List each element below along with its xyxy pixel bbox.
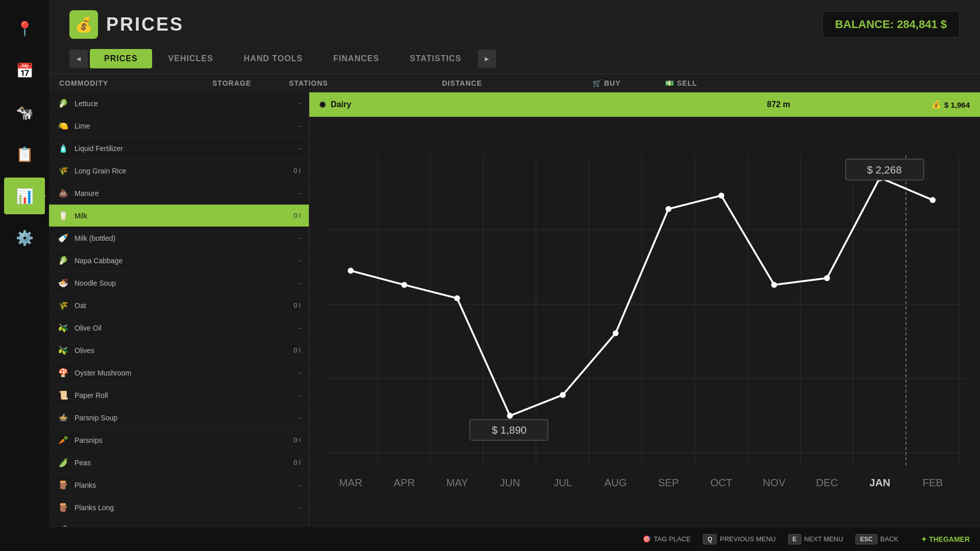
sell-price-icon: 💰 [932, 100, 941, 109]
list-item[interactable]: 🪵Planks Long- [49, 496, 309, 519]
tag-place-key-group: 🎯 TAG PLACE [643, 535, 691, 543]
svg-text:JUN: JUN [500, 477, 520, 488]
commodity-icon: 💩 [57, 187, 69, 199]
list-item[interactable]: 🫒Olive Oil- [49, 317, 309, 339]
commodity-icon: 🥕 [57, 434, 69, 446]
tab-vehicles[interactable]: VEHICLES [154, 49, 228, 68]
commodity-amount: 0 l [280, 212, 301, 219]
svg-text:MAR: MAR [339, 477, 362, 488]
col-header-stations: STATIONS [289, 79, 442, 87]
sell-icon: 💵 [665, 79, 677, 87]
sidebar-item-contracts[interactable]: 📋 [4, 136, 45, 172]
commodity-icon: 📜 [57, 389, 69, 402]
list-item[interactable]: 📜Paper Roll- [49, 384, 309, 407]
calendar-icon: 📅 [16, 62, 34, 79]
list-item[interactable]: 🌾Oat0 l [49, 294, 309, 317]
svg-point-32 [560, 392, 566, 398]
col-header-distance: DISTANCE [442, 79, 544, 87]
bottom-bar: 🎯 TAG PLACE Q PREVIOUS MENU E NEXT MENU … [49, 527, 980, 551]
list-item[interactable]: 🥬Lettuce- [49, 92, 309, 115]
commodity-name: Paper Roll [75, 391, 280, 399]
svg-text:JAN: JAN [869, 477, 890, 488]
list-item[interactable]: 🥕Parsnips0 l [49, 429, 309, 452]
commodity-name: Liquid Fertilizer [75, 144, 280, 153]
money-icon: 💰 [75, 16, 93, 33]
sidebar: 📍 📅 🐄 📋 📊 ⚙️ [0, 0, 49, 551]
sidebar-item-animals[interactable]: 🐄 [4, 94, 45, 131]
price-chart: MAR APR MAY JUN JUL AUG SEP OCT NOV DEC … [309, 117, 980, 551]
commodity-name: Long Grain Rice [75, 167, 280, 175]
nav-prev-button[interactable]: ◄ [69, 49, 88, 68]
balance-label: BALANCE: [835, 18, 894, 31]
list-item[interactable]: 🪵Planks- [49, 474, 309, 496]
tab-statistics[interactable]: STATISTICS [396, 49, 476, 68]
list-item[interactable]: 🍜Noodle Soup- [49, 272, 309, 294]
buy-icon: 🛒 [593, 79, 604, 87]
prices-icon: 💰 [69, 10, 98, 39]
esc-key-group: ESC BACK [855, 534, 898, 544]
sidebar-item-calendar[interactable]: 📅 [4, 52, 45, 89]
nav-next-button[interactable]: ► [478, 49, 496, 68]
balance-display: BALANCE: 284,841 $ [822, 11, 960, 38]
list-item[interactable]: 🥬Napa Cabbage- [49, 249, 309, 272]
svg-text:JUL: JUL [553, 477, 572, 488]
animals-icon: 🐄 [16, 104, 34, 121]
station-row[interactable]: Dairy 872 m 💰 $ 1,964 [309, 92, 980, 117]
commodity-icon: 🫛 [57, 457, 69, 469]
commodity-list[interactable]: 🥬Lettuce-🍋Lime-🧴Liquid Fertilizer-🌾Long … [49, 92, 309, 551]
tab-finances[interactable]: FINANCES [319, 49, 394, 68]
commodity-icon: 🍲 [57, 412, 69, 424]
list-item[interactable]: 🫒Olives0 l [49, 339, 309, 362]
col-header-storage: STORAGE [212, 79, 289, 87]
svg-text:DEC: DEC [816, 477, 838, 488]
tab-hand-tools[interactable]: HAND TOOLS [230, 49, 317, 68]
contracts-icon: 📋 [16, 146, 34, 163]
commodity-name: Oyster Mushroom [75, 369, 280, 377]
balance-value: 284,841 $ [897, 18, 947, 31]
list-item[interactable]: 🌾Long Grain Rice0 l [49, 160, 309, 182]
svg-point-29 [401, 282, 407, 288]
svg-point-28 [348, 268, 354, 274]
svg-text:APR: APR [394, 477, 415, 488]
svg-point-33 [612, 330, 619, 336]
list-item[interactable]: 🫛Peas0 l [49, 452, 309, 474]
commodity-name: Parsnip Soup [75, 414, 280, 422]
page-title: PRICES [106, 14, 184, 35]
header: 💰 PRICES BALANCE: 284,841 $ [49, 0, 980, 49]
commodity-icon: 🍄 [57, 367, 69, 379]
sidebar-item-statistics[interactable]: 📊 [4, 178, 45, 214]
commodity-amount: - [280, 99, 301, 107]
column-headers: COMMODITY STORAGE STATIONS DISTANCE 🛒 BU… [49, 73, 980, 92]
list-item[interactable]: 🍼Milk (bottled)- [49, 227, 309, 249]
next-menu-key: E [788, 534, 801, 544]
sidebar-item-map[interactable]: 📍 [4, 10, 45, 47]
list-item[interactable]: 🍲Parsnip Soup- [49, 407, 309, 429]
list-item[interactable]: 🧴Liquid Fertilizer- [49, 137, 309, 160]
esc-label: BACK [880, 535, 898, 543]
next-menu-key-group: E NEXT MENU [788, 534, 843, 544]
commodity-amount: 0 l [280, 459, 301, 466]
list-item[interactable]: 🍄Oyster Mushroom- [49, 362, 309, 384]
commodity-icon: 🍜 [57, 277, 69, 289]
commodity-icon: 🥛 [57, 210, 69, 222]
commodity-amount: - [280, 122, 301, 130]
content-area: 🥬Lettuce-🍋Lime-🧴Liquid Fertilizer-🌾Long … [49, 92, 980, 551]
commodity-icon: 🌾 [57, 299, 69, 312]
svg-text:SEP: SEP [658, 477, 679, 488]
commodity-amount: - [280, 414, 301, 421]
commodity-icon: 🧴 [57, 142, 69, 155]
commodity-amount: 0 l [280, 302, 301, 309]
commodity-icon: 🍋 [57, 120, 69, 132]
list-item[interactable]: 🥛Milk0 l [49, 205, 309, 227]
statistics-icon: 📊 [16, 188, 34, 205]
commodity-icon: 🪵 [57, 502, 69, 514]
commodity-icon: 🌾 [57, 165, 69, 177]
svg-point-30 [454, 295, 460, 302]
list-item[interactable]: 🍋Lime- [49, 115, 309, 137]
commodity-icon: 🍼 [57, 232, 69, 244]
sidebar-item-settings[interactable]: ⚙️ [4, 219, 45, 256]
list-item[interactable]: 💩Manure- [49, 182, 309, 205]
main-content: 💰 PRICES BALANCE: 284,841 $ ◄ PRICES VEH… [49, 0, 980, 551]
tab-prices[interactable]: PRICES [90, 49, 152, 68]
header-left: 💰 PRICES [69, 10, 184, 39]
